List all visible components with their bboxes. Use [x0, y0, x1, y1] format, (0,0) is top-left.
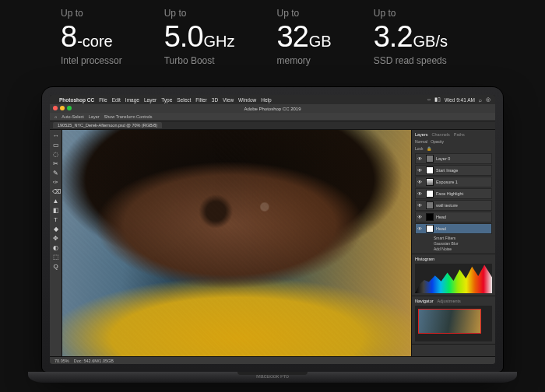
layer-row[interactable]: 👁Exposure 1: [415, 177, 492, 187]
marquee-tool-icon[interactable]: ▭: [52, 142, 60, 149]
blend-mode[interactable]: Normal: [415, 139, 427, 144]
layer-row[interactable]: 👁wall texture: [415, 200, 492, 211]
window-controls[interactable]: [53, 106, 72, 110]
home-icon[interactable]: ⌂: [54, 114, 57, 119]
spec-number: 8: [61, 20, 76, 54]
close-icon[interactable]: [53, 106, 58, 110]
ps-toolbar[interactable]: ↔ ▭ ◌ ✂ ✎ ✑ ⌫ ▲ ◧ T ◆ ✥ ◐ ⬚ Q: [50, 130, 62, 356]
gradient-tool-icon[interactable]: ◧: [52, 207, 60, 215]
tab-adjustments[interactable]: Adjustments: [438, 299, 461, 303]
ps-canvas[interactable]: [62, 130, 411, 356]
filter-add-noise[interactable]: Add Noise: [434, 247, 492, 251]
fg-bg-swatch-icon[interactable]: ⬚: [52, 254, 60, 261]
layers-panel[interactable]: Layers Channels Paths Normal Opacity Loc…: [412, 130, 495, 254]
layer-row[interactable]: 👁Face Highlight: [415, 188, 492, 199]
navigator-panel[interactable]: Navigator Adjustments: [412, 296, 495, 345]
ps-panels: Layers Channels Paths Normal Opacity Loc…: [411, 130, 495, 356]
menu-view[interactable]: View: [223, 97, 234, 103]
zoom-tool-icon[interactable]: ◐: [52, 244, 60, 252]
histogram-panel[interactable]: Histogram: [412, 254, 495, 296]
layer-row[interactable]: 👁Head: [415, 212, 492, 222]
layer-thumb[interactable]: [426, 190, 434, 198]
layer-thumb[interactable]: [426, 155, 434, 163]
visibility-icon[interactable]: 👁: [417, 215, 424, 219]
lock-icon[interactable]: 🔒: [427, 146, 431, 151]
eyedropper-tool-icon[interactable]: ✎: [52, 170, 60, 177]
ps-options-bar[interactable]: ⌂ Auto-Select Layer Show Transform Contr…: [50, 113, 495, 121]
portrait-image: [62, 130, 411, 356]
menu-edit[interactable]: Edit: [112, 97, 121, 103]
spec-memory: Up to 32 GB memory: [277, 8, 332, 66]
layer-thumb[interactable]: [426, 166, 434, 174]
screen-bezel: Photoshop CC File Edit Image Layer Type …: [42, 87, 503, 372]
specs-row: Up to 8 -core Intel processor Up to 5.0 …: [0, 0, 545, 66]
tab-paths[interactable]: Paths: [454, 132, 465, 137]
menu-type[interactable]: Type: [161, 97, 172, 103]
siri-icon[interactable]: ◎: [486, 96, 490, 103]
battery-icon[interactable]: ▮▯: [434, 96, 441, 103]
wifi-icon[interactable]: ⌔: [427, 97, 431, 103]
lasso-tool-icon[interactable]: ◌: [52, 151, 60, 159]
visibility-icon[interactable]: 👁: [417, 156, 424, 161]
search-icon[interactable]: ⌕: [479, 97, 482, 103]
tab-histogram[interactable]: Histogram: [415, 257, 434, 261]
visibility-icon[interactable]: 👁: [417, 168, 424, 173]
menu-window[interactable]: Window: [238, 97, 256, 103]
ps-body: ↔ ▭ ◌ ✂ ✎ ✑ ⌫ ▲ ◧ T ◆ ✥ ◐ ⬚ Q: [50, 130, 495, 356]
histogram-graph: [415, 264, 492, 293]
menu-filter[interactable]: Filter: [195, 97, 206, 103]
ps-document-tabs[interactable]: 190525_NYC_Derek-Afternoon.psd @ 70% (RG…: [50, 121, 495, 130]
lock-label[interactable]: Lock: [415, 146, 424, 151]
layer-list[interactable]: 👁Layer 0 👁Start Image 👁Exposure 1 👁Face …: [415, 153, 492, 251]
visibility-icon[interactable]: 👁: [417, 191, 424, 196]
menu-help[interactable]: Help: [261, 97, 271, 103]
smart-filters-label: Smart Filters: [434, 236, 492, 240]
eraser-tool-icon[interactable]: ⌫: [52, 188, 60, 196]
status-zoom[interactable]: 70.05%: [54, 359, 69, 363]
navigator-thumb[interactable]: [418, 309, 481, 334]
menu-layer[interactable]: Layer: [144, 97, 156, 103]
opt-auto-select[interactable]: Auto-Select: [62, 114, 83, 119]
layer-row[interactable]: 👁Head: [415, 223, 492, 234]
menu-select[interactable]: Select: [177, 97, 191, 103]
hand-tool-icon[interactable]: ✥: [52, 235, 60, 243]
layer-row[interactable]: 👁Start Image: [415, 165, 492, 176]
filter-gaussian-blur[interactable]: Gaussian Blur: [434, 241, 492, 246]
layer-thumb[interactable]: [426, 201, 434, 209]
opacity-label[interactable]: Opacity: [431, 139, 444, 144]
visibility-icon[interactable]: 👁: [417, 226, 424, 231]
layer-thumb[interactable]: [426, 225, 434, 233]
opt-show-transform[interactable]: Show Transform Controls: [104, 114, 153, 119]
tab-navigator[interactable]: Navigator: [415, 299, 434, 303]
menubar-right: ⌔ ▮▯ Wed 9:41 AM ⌕ ◎: [427, 96, 490, 103]
minimize-icon[interactable]: [60, 106, 65, 110]
move-tool-icon[interactable]: ↔: [52, 132, 60, 140]
layer-row[interactable]: 👁Layer 0: [415, 153, 492, 164]
visibility-icon[interactable]: 👁: [417, 203, 424, 208]
pen-tool-icon[interactable]: ▲: [52, 198, 60, 205]
zoom-icon[interactable]: [67, 106, 72, 110]
menu-file[interactable]: File: [99, 97, 107, 103]
quickmask-icon[interactable]: Q: [52, 263, 60, 271]
layer-thumb[interactable]: [426, 178, 434, 186]
spec-sub: Intel processor: [61, 55, 122, 66]
shape-tool-icon[interactable]: ◆: [52, 226, 60, 233]
navigator-view[interactable]: [415, 306, 492, 341]
ps-status-bar[interactable]: 70.05% Doc: 542.6M/1.05GB: [50, 356, 495, 364]
macos-menubar[interactable]: Photoshop CC File Edit Image Layer Type …: [50, 95, 495, 104]
menu-image[interactable]: Image: [125, 97, 139, 103]
menu-3d[interactable]: 3D: [212, 97, 218, 103]
opt-layer[interactable]: Layer: [89, 114, 100, 119]
layer-thumb[interactable]: [426, 213, 434, 221]
spec-cores: Up to 8 -core Intel processor: [61, 8, 122, 66]
tab-layers[interactable]: Layers: [415, 132, 428, 137]
type-tool-icon[interactable]: T: [52, 216, 60, 224]
visibility-icon[interactable]: 👁: [417, 180, 424, 184]
doc-tab[interactable]: 190525_NYC_Derek-Afternoon.psd @ 70% (RG…: [53, 122, 162, 128]
crop-tool-icon[interactable]: ✂: [52, 160, 60, 168]
menubar-app-name[interactable]: Photoshop CC: [59, 97, 94, 103]
tab-channels[interactable]: Channels: [432, 132, 450, 137]
smart-filters[interactable]: Smart Filters Gaussian Blur Add Noise: [415, 236, 492, 251]
menubar-clock[interactable]: Wed 9:41 AM: [445, 97, 475, 103]
brush-tool-icon[interactable]: ✑: [52, 179, 60, 187]
